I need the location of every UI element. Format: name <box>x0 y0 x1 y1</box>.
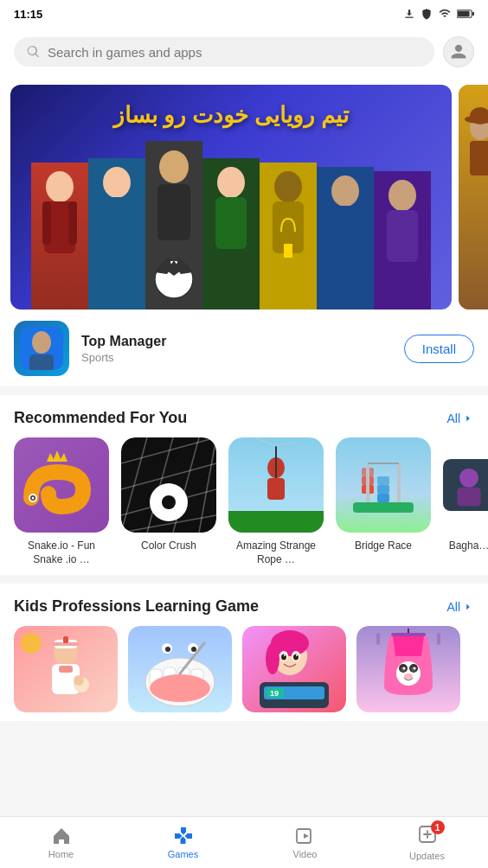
kid-item-cashier[interactable]: 19 <box>242 626 346 712</box>
battery-icon <box>457 9 474 19</box>
svg-rect-13 <box>157 184 190 240</box>
recommended-header: Recommended For You All <box>0 409 488 427</box>
svg-point-19 <box>274 171 302 202</box>
home-icon <box>51 826 72 846</box>
kids-title: Kids Professions Learning Game <box>14 597 259 616</box>
status-icons <box>403 8 474 20</box>
recommended-games-row: Snake.io - Fun Snake .io … <box>0 437 488 566</box>
game-item-snake[interactable]: Snake.io - Fun Snake .io … <box>14 437 109 566</box>
svg-point-74 <box>21 633 42 654</box>
player-1 <box>31 163 88 310</box>
recommended-section: Recommended For You All <box>0 395 488 575</box>
user-icon <box>450 43 467 61</box>
svg-point-95 <box>191 647 196 652</box>
install-button[interactable]: Install <box>404 335 474 363</box>
kid-item-fashion[interactable] <box>356 626 460 712</box>
search-bar-container <box>0 28 488 76</box>
kids-chevron-right-icon <box>462 601 474 613</box>
banner-scroll[interactable]: تیم رویایی خودت رو بساز <box>0 85 488 310</box>
svg-rect-64 <box>377 485 389 494</box>
banner-players <box>10 128 452 310</box>
game-thumb-bridge <box>336 437 431 533</box>
svg-point-120 <box>414 667 416 670</box>
player-5 <box>260 163 317 310</box>
svg-marker-125 <box>304 833 309 839</box>
svg-point-94 <box>165 647 170 652</box>
kids-header: Kids Professions Learning Game All <box>0 597 488 616</box>
kid-thumb-doctor <box>14 626 118 712</box>
svg-rect-80 <box>59 666 73 673</box>
player-4 <box>202 158 260 310</box>
svg-rect-66 <box>353 502 414 513</box>
svg-rect-1 <box>458 11 470 16</box>
kid-thumb-fashion <box>356 626 460 712</box>
nav-item-video[interactable]: Video <box>244 817 366 868</box>
player-2 <box>88 158 145 310</box>
game-item-colorcrush[interactable]: Color Crush <box>121 437 216 566</box>
banner-arabic-text: تیم رویایی خودت رو بساز <box>10 102 452 129</box>
avatar-button[interactable] <box>443 36 474 67</box>
app-card-top-manager: Top Manager Sports Install <box>0 310 488 386</box>
svg-point-104 <box>293 654 299 661</box>
nav-item-updates[interactable]: 1 Updates <box>366 817 488 868</box>
svg-point-9 <box>103 167 131 198</box>
svg-rect-27 <box>387 210 418 262</box>
search-input-wrap[interactable] <box>14 37 434 67</box>
game-thumb-snake <box>14 437 109 533</box>
svg-point-26 <box>388 180 416 211</box>
games-icon <box>173 826 194 846</box>
kid-item-doctor[interactable] <box>14 626 118 712</box>
game-name-rope: Amazing Strange Rope … <box>228 539 324 566</box>
svg-rect-63 <box>377 494 389 502</box>
search-icon <box>26 44 41 60</box>
kids-all-link[interactable]: All <box>446 600 474 614</box>
svg-rect-2 <box>472 12 474 16</box>
svg-rect-65 <box>377 476 389 485</box>
game-item-partial[interactable]: Bagha… <box>443 437 488 566</box>
app-info-top-manager: Top Manager Sports <box>81 334 392 364</box>
svg-rect-55 <box>267 478 285 500</box>
svg-rect-10 <box>101 197 132 249</box>
svg-point-16 <box>217 167 245 198</box>
kid-item-dentist[interactable] <box>128 626 232 712</box>
svg-point-40 <box>32 497 35 500</box>
svg-rect-122 <box>376 633 380 645</box>
svg-rect-72 <box>457 488 480 507</box>
nav-label-games: Games <box>168 849 198 859</box>
bottom-nav: Home Games Video 1 Updates <box>0 816 488 868</box>
svg-rect-17 <box>215 197 247 249</box>
kids-games-row: 19 <box>0 626 488 712</box>
kid-thumb-dentist <box>128 626 232 712</box>
status-bar: 11:15 <box>0 0 488 28</box>
banner-section: تیم رویایی خودت رو بساز <box>0 76 488 386</box>
svg-point-103 <box>281 654 286 661</box>
svg-point-34 <box>32 331 51 354</box>
game-thumb-partial <box>443 437 488 533</box>
app-name: Top Manager <box>81 334 392 349</box>
svg-rect-21 <box>284 244 292 258</box>
svg-rect-53 <box>228 511 324 533</box>
nav-label-video: Video <box>293 849 318 859</box>
nav-item-home[interactable]: Home <box>0 817 122 868</box>
game-thumb-rope <box>228 437 324 533</box>
nav-item-games[interactable]: Games <box>122 817 244 868</box>
svg-rect-30 <box>470 141 488 176</box>
banner-main[interactable]: تیم رویایی خودت رو بساز <box>10 85 452 310</box>
game-name-partial: Bagha… <box>443 539 488 553</box>
app-icon-top-manager <box>14 321 69 376</box>
updates-badge-container: 1 <box>417 824 438 848</box>
svg-point-106 <box>296 654 298 656</box>
player-6 <box>317 167 374 310</box>
recommended-all-link[interactable]: All <box>446 412 474 425</box>
game-item-bridge[interactable]: Bridge Race <box>336 437 431 566</box>
game-item-rope[interactable]: Amazing Strange Rope … <box>228 437 324 566</box>
svg-rect-77 <box>63 636 68 643</box>
svg-rect-67 <box>366 463 369 502</box>
updates-badge: 1 <box>431 820 445 834</box>
nav-label-updates: Updates <box>409 851 445 861</box>
search-input[interactable] <box>48 45 422 60</box>
svg-point-89 <box>150 674 210 702</box>
svg-point-119 <box>403 667 406 670</box>
svg-rect-123 <box>437 633 440 645</box>
video-icon <box>295 826 316 846</box>
